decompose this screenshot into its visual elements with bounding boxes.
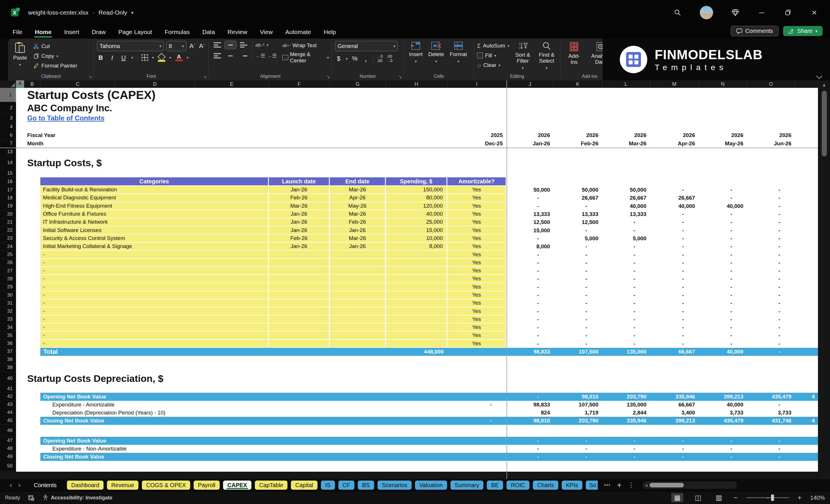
- end-date-cell[interactable]: [330, 332, 386, 340]
- decrease-font-icon[interactable]: A˅: [198, 42, 205, 50]
- column-header-N[interactable]: N: [699, 81, 747, 88]
- monthly-value-cell[interactable]: -: [554, 307, 602, 315]
- monthly-value-cell[interactable]: -: [699, 315, 747, 323]
- monthly-value-cell[interactable]: -: [699, 340, 747, 348]
- end-date-cell[interactable]: Jan-26: [330, 243, 386, 251]
- amortizable-cell[interactable]: Yes: [447, 307, 507, 315]
- cell[interactable]: [16, 177, 24, 186]
- monthly-value-cell[interactable]: -: [602, 283, 650, 291]
- row-header[interactable]: 26: [0, 259, 16, 267]
- delete-cells-button[interactable]: Delete▾: [426, 41, 446, 65]
- sheet-tab-capital[interactable]: Capital: [291, 480, 317, 490]
- row-header[interactable]: 21: [0, 218, 16, 226]
- scroll-left-icon[interactable]: ◂: [645, 482, 647, 488]
- clear-button[interactable]: ◇Clear▾: [477, 61, 509, 69]
- monthly-value-cell[interactable]: -: [554, 332, 602, 340]
- menu-tab-formulas[interactable]: Formulas: [164, 28, 190, 37]
- monthly-value-cell[interactable]: -: [602, 323, 650, 332]
- sheet-tab-dashboard[interactable]: Dashboard: [67, 480, 103, 490]
- cell[interactable]: [16, 194, 24, 202]
- cell[interactable]: [795, 340, 818, 348]
- end-date-cell[interactable]: [330, 251, 386, 259]
- format-painter-button[interactable]: Format Painter: [33, 62, 77, 70]
- column-header-C[interactable]: C: [40, 81, 115, 88]
- page-layout-view-icon[interactable]: ◫: [692, 493, 704, 502]
- row-header[interactable]: 14: [0, 156, 16, 169]
- zoom-level[interactable]: 140%: [810, 495, 825, 501]
- row-header[interactable]: 49: [0, 453, 16, 461]
- share-button[interactable]: Share ▾: [783, 26, 823, 36]
- font-name-select[interactable]: Tahoma▾: [97, 41, 164, 51]
- cell[interactable]: [795, 243, 818, 251]
- row-header[interactable]: 6: [0, 131, 16, 139]
- menu-tab-automate[interactable]: Automate: [285, 28, 312, 37]
- row-header[interactable]: 29: [0, 283, 16, 291]
- end-date-cell[interactable]: [330, 340, 386, 348]
- monthly-value-cell[interactable]: -: [650, 307, 699, 315]
- monthly-value-cell[interactable]: 13,333: [554, 210, 602, 218]
- launch-date-cell[interactable]: [269, 315, 330, 323]
- insert-cells-button[interactable]: Insert▾: [407, 41, 425, 65]
- column-header-H[interactable]: H: [386, 81, 447, 88]
- row-header[interactable]: 19: [0, 202, 16, 210]
- more-sheets-icon[interactable]: •••: [604, 482, 611, 488]
- category-cell[interactable]: -: [40, 323, 269, 332]
- italic-button[interactable]: I: [108, 54, 116, 62]
- row-header[interactable]: 45: [0, 417, 16, 425]
- category-cell[interactable]: -: [40, 332, 269, 340]
- cell[interactable]: [16, 417, 24, 425]
- monthly-value-cell[interactable]: -: [650, 210, 699, 218]
- increase-decimal-icon[interactable]: ←0.00: [377, 54, 383, 63]
- cell[interactable]: [24, 259, 40, 267]
- align-top-icon[interactable]: [212, 41, 223, 49]
- cell[interactable]: [16, 156, 24, 169]
- launch-date-cell[interactable]: [269, 340, 330, 348]
- monthly-value-cell[interactable]: -: [507, 194, 554, 202]
- category-cell[interactable]: -: [40, 283, 269, 291]
- cell[interactable]: [795, 194, 818, 202]
- cell[interactable]: [24, 409, 40, 417]
- horizontal-scroll-thumb[interactable]: [649, 483, 684, 487]
- row-header[interactable]: 28: [0, 275, 16, 283]
- monthly-value-cell[interactable]: -: [650, 259, 699, 267]
- cell[interactable]: [24, 299, 40, 307]
- monthly-value-cell[interactable]: -: [507, 323, 554, 332]
- sheet-tab-summary[interactable]: Summary: [450, 480, 484, 490]
- monthly-value-cell[interactable]: 5,000: [554, 234, 602, 243]
- monthly-value-cell[interactable]: -: [507, 251, 554, 259]
- cell[interactable]: [16, 259, 24, 267]
- monthly-value-cell[interactable]: 5,000: [602, 234, 650, 243]
- vertical-scroll-thumb[interactable]: [822, 91, 827, 156]
- align-middle-icon[interactable]: [225, 41, 236, 49]
- spending-cell[interactable]: [386, 259, 447, 267]
- paste-button[interactable]: Paste▾: [11, 41, 29, 68]
- monthly-value-cell[interactable]: -: [747, 243, 795, 251]
- launch-date-cell[interactable]: Feb-26: [269, 234, 330, 243]
- alignment-dialog-launcher[interactable]: ↘: [326, 74, 330, 79]
- column-header-J[interactable]: J: [507, 81, 554, 88]
- cell[interactable]: [16, 102, 24, 114]
- monthly-value-cell[interactable]: -: [699, 218, 747, 226]
- amortizable-cell[interactable]: Yes: [447, 226, 507, 234]
- spending-cell[interactable]: 150,000: [386, 186, 447, 194]
- fill-color-button[interactable]: [158, 54, 165, 62]
- cell[interactable]: [16, 114, 24, 122]
- comma-format-icon[interactable]: ,: [362, 54, 370, 63]
- launch-date-cell[interactable]: Jan-26: [269, 218, 330, 226]
- normal-view-icon[interactable]: ▦: [671, 493, 683, 502]
- end-date-cell[interactable]: Jan-26: [330, 226, 386, 234]
- cell[interactable]: [795, 186, 818, 194]
- monthly-value-cell[interactable]: -: [602, 299, 650, 307]
- monthly-value-cell[interactable]: -: [650, 234, 699, 243]
- cell[interactable]: [795, 275, 818, 283]
- cell[interactable]: [16, 299, 24, 307]
- cell[interactable]: [24, 437, 40, 445]
- category-cell[interactable]: -: [40, 291, 269, 299]
- search-icon[interactable]: [673, 8, 682, 17]
- row-header[interactable]: 44: [0, 409, 16, 417]
- spending-cell[interactable]: [386, 307, 447, 315]
- monthly-value-cell[interactable]: -: [507, 291, 554, 299]
- monthly-value-cell[interactable]: -: [507, 259, 554, 267]
- monthly-value-cell[interactable]: -: [747, 194, 795, 202]
- cell[interactable]: [16, 210, 24, 218]
